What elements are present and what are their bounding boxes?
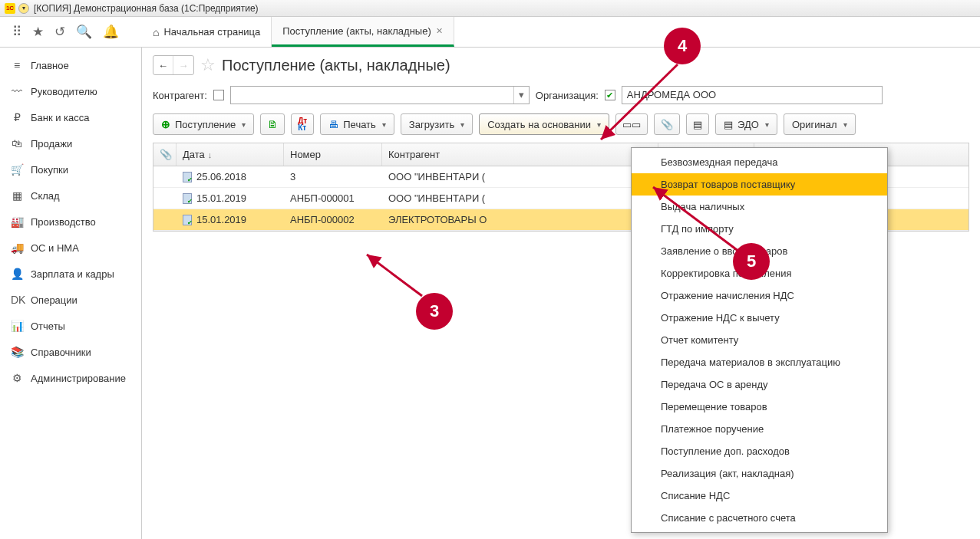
menu-item[interactable]: Списание с расчетного счета [632,507,887,529]
sidebar-icon: ₽ [11,111,23,123]
sidebar-item-label: Главное [31,60,69,71]
bell-icon[interactable]: 🔔 [103,24,119,40]
dtkt-button[interactable]: ДтКт [291,113,314,135]
sidebar-item-label: Справочники [31,347,91,358]
col-number[interactable]: Номер [284,143,382,166]
page-title: Поступление (акты, накладные) [222,57,450,74]
back-button[interactable]: ← [153,56,173,74]
sidebar-icon: 🛍 [11,137,23,150]
history-icon[interactable]: ↺ [54,24,65,40]
sidebar: ≡Главное〰Руководителю₽Банк и касса🛍Прода… [0,48,142,539]
tab-home-label: Начальная страница [163,26,260,38]
document-icon [183,172,192,182]
sidebar-item-label: Склад [31,190,60,202]
content-area: ← → ☆ Поступление (акты, накладные) Конт… [142,48,980,539]
favorite-icon[interactable]: ☆ [200,55,216,75]
plus-icon: ⊕ [161,118,170,130]
menu-item[interactable]: Отражение НДС к вычету [632,307,887,329]
sidebar-item-label: ОС и НМА [31,242,79,254]
callout-4: 4 [664,28,701,64]
sidebar-item-11[interactable]: 📚Справочники [0,339,141,365]
home-icon: ⌂ [153,26,159,38]
close-icon[interactable]: ✕ [436,26,443,36]
apps-icon[interactable]: ⠿ [12,24,21,40]
menu-item[interactable]: Поступление доп. расходов [632,440,887,462]
sidebar-icon: ≡ [11,59,23,71]
list-icon: ▤ [693,119,702,130]
refresh-button[interactable]: 🗎 [260,113,285,135]
menu-item[interactable]: Передача ОС в аренду [632,373,887,396]
sidebar-item-9[interactable]: DKОперации [0,287,141,313]
nav-buttons: ← → [153,55,194,75]
add-button[interactable]: ⊕Поступление▾ [153,113,254,135]
list-button[interactable]: ▤ [686,113,709,135]
tab-home[interactable]: ⌂ Начальная страница [142,17,272,47]
menu-item[interactable]: Отражение начисления НДС [632,284,887,307]
sidebar-item-1[interactable]: 〰Руководителю [0,78,141,104]
sidebar-item-3[interactable]: 🛍Продажи [0,130,141,156]
arrow-4 [595,61,687,148]
arrow-3 [361,250,430,306]
window-titlebar: 1C ▾ [КОПИЯ] Демонстрационная база (1С:П… [0,0,980,17]
original-button[interactable]: Оригинал▾ [784,113,856,135]
org-label: Организация: [536,90,599,101]
sidebar-item-4[interactable]: 🛒Покупки [0,156,141,182]
sidebar-item-label: Отчеты [31,320,65,332]
col-attach[interactable]: 📎 [153,143,177,166]
create-based-button[interactable]: Создать на основании▾ [479,113,609,135]
sidebar-item-7[interactable]: 🚚ОС и НМА [0,235,141,261]
load-button[interactable]: Загрузить▾ [401,113,473,135]
edo-button[interactable]: ▤ЭДО▾ [715,113,777,135]
chevron-down-icon: ▾ [843,120,847,129]
menu-item[interactable]: Безвозмездная передача [632,151,887,173]
sidebar-item-12[interactable]: ⚙Администрирование [0,365,141,391]
app-menu-dropdown[interactable]: ▾ [18,3,29,14]
chevron-down-icon: ▾ [382,120,386,129]
svg-line-0 [367,255,422,296]
svg-line-1 [601,64,678,140]
menu-item[interactable]: Передача материалов в эксплуатацию [632,351,887,373]
sidebar-item-8[interactable]: 👤Зарплата и кадры [0,261,141,287]
top-toolbar: ⠿ ★ ↺ 🔍 🔔 ⌂ Начальная страница Поступлен… [0,17,980,48]
sidebar-icon: ⚙ [11,372,23,384]
sidebar-item-6[interactable]: 🏭Производство [0,209,141,235]
document-refresh-icon: 🗎 [267,118,278,130]
sidebar-item-label: Банк и касса [31,112,90,123]
contragent-label: Контрагент: [153,90,207,101]
sidebar-item-10[interactable]: 📊Отчеты [0,313,141,339]
sidebar-icon: 📚 [11,346,23,358]
forward-button[interactable]: → [173,56,193,74]
sidebar-item-label: Руководителю [31,86,97,97]
sidebar-item-label: Зарплата и кадры [31,268,114,280]
search-icon[interactable]: 🔍 [76,24,92,40]
sidebar-icon: 🛒 [11,163,23,176]
dtkt-icon: ДтКт [298,117,307,131]
menu-item[interactable]: Отчет комитенту [632,329,887,351]
sidebar-icon: DK [11,294,23,306]
tab-receipts[interactable]: Поступление (акты, накладные) ✕ [272,17,454,47]
app-logo-icon: 1C [5,3,15,14]
chevron-down-icon[interactable]: ▾ [513,87,529,104]
col-date[interactable]: Дата↓ [177,143,284,166]
sidebar-item-label: Покупки [31,164,68,176]
chevron-down-icon: ▾ [460,120,464,129]
tab-receipts-label: Поступление (акты, накладные) [282,25,431,37]
menu-item[interactable]: Платежное поручение [632,418,887,440]
star-icon[interactable]: ★ [32,24,44,40]
sidebar-icon: 〰 [11,85,23,97]
sidebar-item-0[interactable]: ≡Главное [0,52,141,78]
contragent-checkbox[interactable] [213,90,224,100]
contragent-input[interactable]: ▾ [230,86,530,104]
menu-item[interactable]: Перемещение товаров [632,396,887,418]
menu-item[interactable]: Списание НДС [632,485,887,507]
edo-icon: ▤ [724,119,733,130]
sort-asc-icon: ↓ [208,150,213,159]
sidebar-icon: 🏭 [11,215,23,228]
sidebar-item-5[interactable]: ▦Склад [0,182,141,209]
menu-item[interactable]: Реализация (акт, накладная) [632,462,887,485]
document-icon [183,215,192,225]
sidebar-icon: 📊 [11,320,23,332]
printer-icon: 🖶 [328,119,338,130]
sidebar-item-2[interactable]: ₽Банк и касса [0,104,141,130]
print-button[interactable]: 🖶Печать▾ [320,113,394,135]
